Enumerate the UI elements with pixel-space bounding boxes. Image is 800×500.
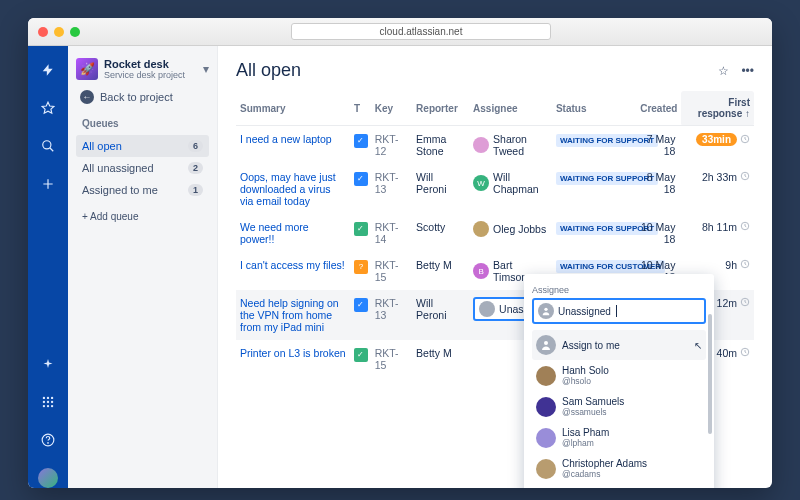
browser-window: cloud.atlassian.net 🚀 Rocket desk Servic… — [28, 18, 772, 488]
issue-summary-link[interactable]: Oops, may have just downloaded a virus v… — [240, 171, 336, 207]
window-controls[interactable] — [38, 27, 80, 37]
issue-summary-link[interactable]: I can't access my files! — [240, 259, 345, 271]
assignee-option[interactable]: Sam Samuels@ssamuels — [532, 391, 706, 422]
assignee-cell[interactable]: Sharon Tweed — [473, 133, 548, 157]
reporter-name: Betty M — [412, 252, 469, 290]
issue-key[interactable]: RKT-15 — [371, 252, 412, 290]
issue-type-icon: ✓ — [354, 134, 368, 148]
apps-icon[interactable] — [38, 392, 58, 412]
assignee-option[interactable]: Hanh Solo@hsolo — [532, 360, 706, 391]
assignee-cell[interactable]: WWill Chapman — [473, 171, 548, 195]
notification-icon[interactable] — [38, 354, 58, 374]
response-value: 2h 33m — [702, 171, 737, 183]
queue-count-badge: 1 — [188, 184, 203, 196]
column-header[interactable]: Summary — [236, 91, 350, 126]
issue-key[interactable]: RKT-14 — [371, 214, 412, 252]
issue-key[interactable]: RKT-13 — [371, 164, 412, 214]
assignee-cell[interactable]: Oleg Jobbs — [473, 221, 548, 237]
issue-summary-link[interactable]: I need a new laptop — [240, 133, 332, 145]
assignee-name: Sharon Tweed — [493, 133, 548, 157]
response-value: 8h 11m — [702, 221, 737, 233]
issue-type-icon: ✓ — [354, 222, 368, 236]
column-header[interactable]: Status — [552, 91, 630, 126]
svg-point-5 — [43, 397, 45, 399]
more-actions-icon[interactable]: ••• — [741, 64, 754, 78]
assignee-name: Oleg Jobbs — [493, 223, 546, 235]
svg-point-7 — [51, 397, 53, 399]
svg-point-23 — [544, 341, 548, 345]
assign-to-me-option[interactable]: Assign to me ↖ — [532, 330, 706, 360]
profile-avatar[interactable] — [38, 468, 58, 488]
plus-icon[interactable] — [38, 174, 58, 194]
column-header[interactable]: Assignee — [469, 91, 552, 126]
response-value: 9h — [725, 259, 737, 271]
issue-summary-link[interactable]: We need more power!! — [240, 221, 309, 245]
issue-key[interactable]: RKT-12 — [371, 126, 412, 165]
column-header[interactable]: First response ↑ — [681, 91, 754, 126]
option-label: Assign to me — [562, 340, 620, 351]
option-name: Lisa Pham — [562, 427, 609, 438]
clock-icon — [740, 347, 750, 359]
close-icon[interactable] — [38, 27, 48, 37]
svg-point-15 — [48, 443, 49, 444]
svg-point-13 — [51, 405, 53, 407]
queue-label: All unassigned — [82, 162, 154, 174]
table-row[interactable]: I need a new laptop ✓ RKT-12 Emma Stone … — [236, 126, 754, 165]
clock-icon — [740, 297, 750, 309]
avatar — [536, 428, 556, 448]
back-arrow-icon: ← — [80, 90, 94, 104]
star-page-icon[interactable]: ☆ — [718, 64, 729, 78]
issue-summary-link[interactable]: Printer on L3 is broken — [240, 347, 346, 359]
column-header[interactable]: Reporter — [412, 91, 469, 126]
queue-label: Assigned to me — [82, 184, 158, 196]
avatar — [536, 459, 556, 479]
avatar — [473, 137, 489, 153]
sla-pill: 33min — [696, 133, 737, 146]
project-switcher[interactable]: 🚀 Rocket desk Service desk project ▾ — [76, 58, 209, 80]
table-row[interactable]: Oops, may have just downloaded a virus v… — [236, 164, 754, 214]
assignee-name: Will Chapman — [493, 171, 548, 195]
project-sidebar: 🚀 Rocket desk Service desk project ▾ ← B… — [68, 46, 218, 488]
column-header[interactable]: Created — [630, 91, 682, 126]
assignee-search-input[interactable]: Unassigned — [532, 298, 706, 324]
project-type: Service desk project — [104, 70, 185, 80]
search-icon[interactable] — [38, 136, 58, 156]
queue-item[interactable]: Assigned to me1 — [76, 179, 209, 201]
reporter-name: Will Peroni — [412, 164, 469, 214]
issue-key[interactable]: RKT-13 — [371, 290, 412, 340]
assignee-option[interactable]: Christopher Adams@cadams — [532, 453, 706, 484]
issue-type-icon: ✓ — [354, 298, 368, 312]
issue-summary-link[interactable]: Need help signing on the VPN from home f… — [240, 297, 339, 333]
star-icon[interactable] — [38, 98, 58, 118]
svg-point-6 — [47, 397, 49, 399]
issue-key[interactable]: RKT-15 — [371, 340, 412, 378]
minimize-icon[interactable] — [54, 27, 64, 37]
queue-item[interactable]: All unassigned2 — [76, 157, 209, 179]
clock-icon — [740, 221, 750, 233]
help-icon[interactable] — [38, 430, 58, 450]
queue-label: All open — [82, 140, 122, 152]
person-icon — [538, 303, 554, 319]
clock-icon — [740, 259, 750, 271]
avatar: W — [473, 175, 489, 191]
assignee-option[interactable]: Lisa Pham@lpham — [532, 422, 706, 453]
option-name: Sam Samuels — [562, 396, 624, 407]
status-badge: WAITING FOR SUPPORT — [556, 172, 658, 185]
avatar — [473, 221, 489, 237]
back-to-project[interactable]: ← Back to project — [80, 90, 209, 104]
assignee-field-label: Assignee — [532, 285, 569, 295]
add-queue-button[interactable]: + Add queue — [82, 211, 209, 222]
queue-item[interactable]: All open6 — [76, 135, 209, 157]
assignee-option[interactable]: Natalie Fennec@nfennec — [532, 484, 706, 488]
option-handle: @lpham — [562, 438, 609, 448]
maximize-icon[interactable] — [70, 27, 80, 37]
url-bar[interactable]: cloud.atlassian.net — [291, 23, 551, 40]
table-row[interactable]: We need more power!! ✓ RKT-14 Scotty Ole… — [236, 214, 754, 252]
column-header[interactable]: Key — [371, 91, 412, 126]
option-handle: @cadams — [562, 469, 647, 479]
column-header[interactable]: T — [350, 91, 371, 126]
back-label: Back to project — [100, 91, 173, 103]
assignee-input-value: Unassigned — [558, 306, 611, 317]
option-name: Hanh Solo — [562, 365, 609, 376]
bolt-icon[interactable] — [38, 60, 58, 80]
